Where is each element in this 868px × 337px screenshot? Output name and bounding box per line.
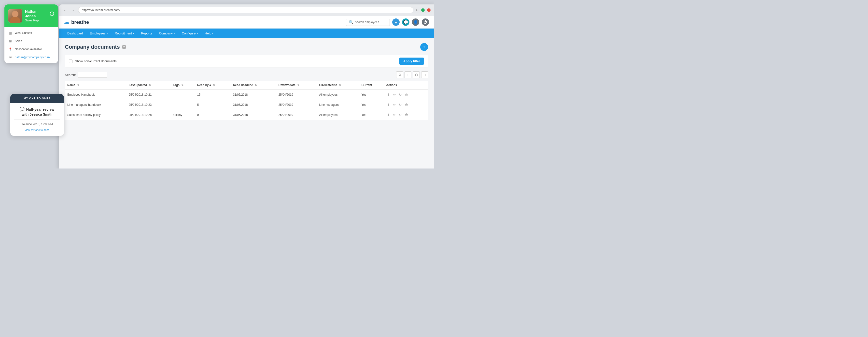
col-tags[interactable]: Tags ⇅ xyxy=(170,81,195,90)
green-dot xyxy=(421,8,425,12)
search-box[interactable]: 🔍 xyxy=(346,19,390,26)
cell-name: Employee Handbook xyxy=(65,89,126,100)
header-right: 🔍 ★ 💬 👤 ⏻ xyxy=(346,19,429,26)
download-icon[interactable]: ⬇ xyxy=(386,112,391,117)
search-icon: 🔍 xyxy=(349,20,354,25)
profile-card: Nathan Jones → Sales Rep ▦ West Sussex ⊞… xyxy=(4,4,58,63)
cell-actions: ⬇ ✏ ↻ 🗑 xyxy=(384,100,428,110)
grid-icon: ⊞ xyxy=(8,39,12,43)
sort-icon: ⇅ xyxy=(339,84,341,87)
export-pdf-button[interactable]: ⊟ xyxy=(421,71,428,78)
edit-icon[interactable]: ✏ xyxy=(392,92,397,97)
edit-icon[interactable]: ✏ xyxy=(392,112,397,117)
nav-item-recruitment[interactable]: Recruitment ▾ xyxy=(111,29,137,38)
col-review-date[interactable]: Review date ⇅ xyxy=(276,81,317,90)
breathe-wordmark: breathe xyxy=(71,20,89,25)
cell-current: Yes xyxy=(359,89,384,100)
col-read-by[interactable]: Read by # ⇅ xyxy=(195,81,230,90)
back-button[interactable]: ← xyxy=(62,7,68,13)
page-title: Company documents ? xyxy=(65,44,126,50)
delete-icon[interactable]: 🗑 xyxy=(404,92,409,97)
one-to-ones-date: 14 June 2018, 12:00PM xyxy=(14,122,60,126)
export-csv-button[interactable]: ⊞ xyxy=(405,71,411,78)
table-header: Name ⇅ Last updated ⇅ Tags ⇅ Read by # ⇅ xyxy=(65,81,428,90)
table-search-input[interactable] xyxy=(78,72,107,78)
cell-read-by: 15 xyxy=(195,89,230,100)
nav-item-help[interactable]: Help ▾ xyxy=(202,29,217,38)
sort-icon: ⇅ xyxy=(149,84,151,87)
cell-name: Sales team holiday policy xyxy=(65,110,126,120)
cell-tags xyxy=(170,89,195,100)
refresh-doc-icon[interactable]: ↻ xyxy=(398,102,403,107)
export-excel-button[interactable]: ⬡ xyxy=(413,71,420,78)
view-one-to-ones-link[interactable]: view my one to ones xyxy=(25,129,50,131)
profile-detail-email[interactable]: ✉ nathan@mycompany.co.uk xyxy=(4,53,58,61)
export-copy-button[interactable]: ⧉ xyxy=(396,71,403,78)
nav-item-configure[interactable]: Configure ▾ xyxy=(178,29,201,38)
profile-detail-nolocation: 📍 No location available xyxy=(4,45,58,53)
nav-item-reports[interactable]: Reports xyxy=(137,29,156,38)
one-to-ones-header: MY ONE TO ONES xyxy=(10,94,64,103)
col-circulated-to[interactable]: Circulated to ⇅ xyxy=(317,81,359,90)
cell-tags xyxy=(170,100,195,110)
cell-read-deadline: 31/05/2018 xyxy=(230,100,276,110)
breathe-logo: ☁ breathe xyxy=(64,19,89,25)
cell-current: Yes xyxy=(359,100,384,110)
download-icon[interactable]: ⬇ xyxy=(386,92,391,97)
cell-read-deadline: 31/05/2018 xyxy=(230,110,276,120)
address-bar[interactable]: https://yourteam.breathr.com/ xyxy=(78,7,413,13)
one-to-ones-title: MY ONE TO ONES xyxy=(14,97,60,100)
chevron-down-icon: ▾ xyxy=(133,32,134,35)
cell-last-updated: 25/04/2018 10:28 xyxy=(126,110,170,120)
col-read-deadline[interactable]: Read deadline ⇅ xyxy=(230,81,276,90)
delete-icon[interactable]: 🗑 xyxy=(404,102,409,107)
user-button[interactable]: 👤 xyxy=(412,19,419,26)
chevron-down-icon: ▾ xyxy=(197,32,198,35)
documents-table: Name ⇅ Last updated ⇅ Tags ⇅ Read by # ⇅ xyxy=(65,81,428,120)
profile-details: ▦ West Sussex ⊞ Sales 📍 No location avai… xyxy=(4,27,58,63)
search-input[interactable] xyxy=(355,21,387,24)
show-noncurrent-checkbox[interactable] xyxy=(69,59,72,63)
delete-icon[interactable]: 🗑 xyxy=(404,112,409,117)
cell-tags: holiday xyxy=(170,110,195,120)
col-last-updated[interactable]: Last updated ⇅ xyxy=(126,81,170,90)
chat-button[interactable]: 💬 xyxy=(402,19,409,26)
help-icon[interactable]: ? xyxy=(122,45,126,49)
chevron-down-icon: ▾ xyxy=(212,32,213,35)
profile-arrow-icon[interactable]: → xyxy=(50,11,54,16)
location-icon: 📍 xyxy=(8,47,12,51)
cell-review-date: 25/04/2019 xyxy=(276,110,317,120)
refresh-icon[interactable]: ↻ xyxy=(416,8,419,12)
nav-item-dashboard[interactable]: Dashboard xyxy=(64,29,87,38)
forward-button[interactable]: → xyxy=(70,7,76,13)
refresh-doc-icon[interactable]: ↻ xyxy=(398,92,403,97)
edit-icon[interactable]: ✏ xyxy=(392,102,397,107)
refresh-doc-icon[interactable]: ↻ xyxy=(398,112,403,117)
filter-left: Show non-current documents xyxy=(69,59,117,63)
red-dot xyxy=(427,8,431,12)
profile-detail-location: ▦ West Sussex xyxy=(4,29,58,37)
profile-detail-department: ⊞ Sales xyxy=(4,37,58,45)
nav-item-employees[interactable]: Employees ▾ xyxy=(87,29,111,38)
filter-bar: Show non-current documents Apply filter xyxy=(65,55,428,67)
download-icon[interactable]: ⬇ xyxy=(386,102,391,107)
cell-circulated-to: All employees xyxy=(317,110,359,120)
email-icon: ✉ xyxy=(8,55,12,59)
one-to-ones-person: with Jessica Smith xyxy=(14,112,60,116)
table-body: Employee Handbook 25/04/2018 10:21 15 31… xyxy=(65,89,428,120)
cell-read-by: 5 xyxy=(195,100,230,110)
nav-bar: Dashboard Employees ▾ Recruitment ▾ Repo… xyxy=(59,29,434,38)
export-icons: ⧉ ⊞ ⬡ ⊟ xyxy=(396,71,428,78)
col-name[interactable]: Name ⇅ xyxy=(65,81,126,90)
sort-icon: ⇅ xyxy=(181,84,183,87)
apply-filter-button[interactable]: Apply filter xyxy=(399,58,424,65)
app-header: ☁ breathe 🔍 ★ 💬 👤 ⏻ xyxy=(59,16,434,29)
one-to-ones-review: 💬 Half-year review xyxy=(14,107,60,112)
nav-item-company[interactable]: Company ▾ xyxy=(156,29,179,38)
table-row: Sales team holiday policy 25/04/2018 10:… xyxy=(65,110,428,120)
power-button[interactable]: ⏻ xyxy=(422,19,429,26)
star-button[interactable]: ★ xyxy=(392,19,400,26)
actions-cell: ⬇ ✏ ↻ 🗑 xyxy=(386,102,426,107)
chevron-down-icon: ▾ xyxy=(106,32,108,35)
add-document-button[interactable]: + xyxy=(420,43,428,51)
